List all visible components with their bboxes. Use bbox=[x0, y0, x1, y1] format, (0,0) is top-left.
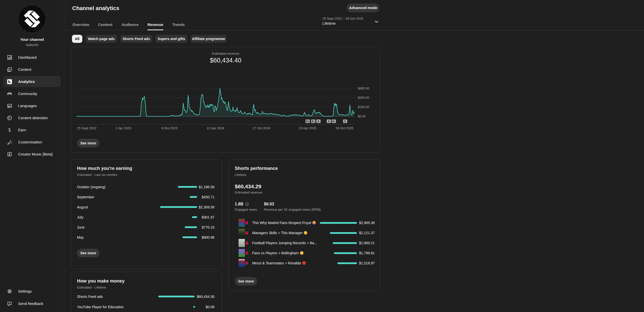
svg-text:$300.00: $300.00 bbox=[358, 96, 369, 100]
svg-text:6: 6 bbox=[318, 120, 319, 123]
svg-text:$0.00: $0.00 bbox=[358, 115, 366, 118]
svg-text:$450.00: $450.00 bbox=[358, 87, 369, 90]
svg-text:$150.00: $150.00 bbox=[358, 105, 369, 109]
svg-text:9+: 9+ bbox=[306, 120, 309, 123]
svg-text:5: 5 bbox=[345, 120, 346, 123]
svg-text:17 Oct 2024: 17 Oct 2024 bbox=[253, 126, 271, 130]
svg-text:1 Apr 2023: 1 Apr 2023 bbox=[116, 126, 131, 130]
svg-text:6: 6 bbox=[328, 120, 330, 123]
svg-text:9+: 9+ bbox=[332, 120, 335, 123]
svg-text:12 Apr 2024: 12 Apr 2024 bbox=[207, 126, 224, 130]
svg-text:6 Oct 2023: 6 Oct 2023 bbox=[161, 126, 177, 130]
svg-text:9+: 9+ bbox=[312, 120, 315, 123]
svg-text:23 Apr 2025: 23 Apr 2025 bbox=[299, 126, 316, 130]
svg-text:28 Oct 2025: 28 Oct 2025 bbox=[335, 126, 353, 130]
svg-text:25 Sept 2022: 25 Sept 2022 bbox=[77, 126, 96, 130]
